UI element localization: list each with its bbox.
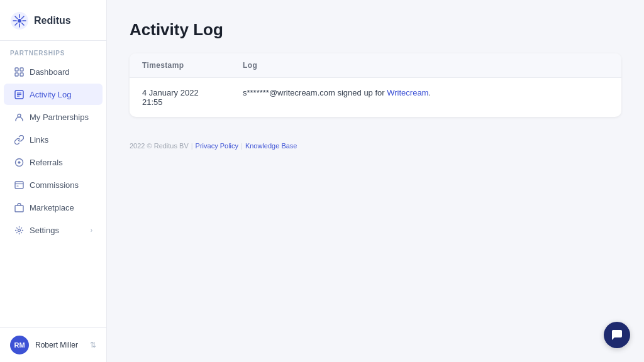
avatar: RM [10, 336, 29, 354]
log-link[interactable]: Writecream [387, 88, 428, 97]
svg-point-20 [18, 161, 20, 163]
sidebar-section-label: Partnerships [0, 41, 106, 60]
chat-button[interactable] [604, 322, 630, 348]
footer-separator-1: | [191, 142, 193, 150]
user-chevron-icon: ⇅ [90, 341, 96, 349]
referrals-icon [14, 157, 24, 167]
sidebar: Reditus Partnerships Dashboard Activity … [0, 0, 107, 362]
sidebar-item-marketplace[interactable]: Marketplace [4, 197, 103, 218]
sidebar-item-links[interactable]: Links [4, 129, 103, 150]
log-text: s*******@writecream.com signed up for [243, 88, 387, 97]
sidebar-item-marketplace-label: Marketplace [30, 203, 74, 212]
activity-log-card: Timestamp Log 4 January 2022 21:55 s****… [130, 53, 621, 117]
table-header-row: Timestamp Log [130, 53, 621, 78]
sidebar-item-dashboard[interactable]: Dashboard [4, 61, 103, 82]
svg-rect-21 [15, 182, 23, 189]
marketplace-icon [14, 202, 24, 212]
footer: 2022 © Reditus BV | Privacy Policy | Kno… [130, 132, 621, 158]
my-partnerships-icon [14, 112, 24, 122]
sidebar-item-dashboard-label: Dashboard [30, 67, 70, 77]
sidebar-item-activity-log-label: Activity Log [30, 90, 71, 99]
settings-icon [14, 225, 24, 235]
footer-knowledge-base-link[interactable]: Knowledge Base [245, 142, 297, 150]
log-suffix: . [428, 88, 431, 97]
sidebar-item-my-partnerships-label: My Partnerships [30, 112, 89, 122]
settings-chevron-icon: › [91, 227, 92, 234]
footer-privacy-link[interactable]: Privacy Policy [196, 142, 238, 150]
activity-log-icon [14, 89, 24, 99]
page-title: Activity Log [130, 20, 621, 40]
sidebar-item-activity-log[interactable]: Activity Log [4, 84, 103, 105]
sidebar-item-commissions-label: Commissions [30, 180, 79, 190]
chat-icon [611, 329, 623, 341]
svg-rect-24 [15, 206, 23, 212]
col-log: Log [230, 53, 621, 78]
dashboard-icon [14, 67, 24, 77]
activity-log-table: Timestamp Log 4 January 2022 21:55 s****… [130, 53, 621, 117]
svg-rect-11 [20, 68, 23, 71]
sidebar-item-commissions[interactable]: Commissions [4, 174, 103, 195]
svg-point-25 [18, 229, 20, 231]
sidebar-item-settings[interactable]: Settings › [4, 219, 103, 241]
table-row: 4 January 2022 21:55 s*******@writecream… [130, 78, 621, 118]
svg-rect-13 [20, 73, 23, 76]
col-timestamp: Timestamp [130, 53, 230, 78]
svg-point-18 [18, 114, 21, 117]
sidebar-item-settings-label: Settings [30, 226, 59, 235]
links-icon [14, 134, 24, 145]
user-name: Robert Miller [35, 341, 78, 349]
svg-rect-12 [15, 73, 18, 76]
logo-icon [10, 11, 29, 30]
row-log: s*******@writecream.com signed up for Wr… [230, 78, 621, 118]
user-profile[interactable]: RM Robert Miller ⇅ [0, 327, 106, 362]
app-name: Reditus [34, 15, 71, 26]
sidebar-item-my-partnerships[interactable]: My Partnerships [4, 106, 103, 128]
main-content: Activity Log Timestamp Log 4 January 202… [107, 0, 644, 362]
sidebar-item-referrals[interactable]: Referrals [4, 151, 103, 173]
footer-separator-2: | [241, 142, 243, 150]
sidebar-item-referrals-label: Referrals [30, 158, 63, 167]
footer-copyright: 2022 © Reditus BV [130, 142, 189, 150]
row-timestamp: 4 January 2022 21:55 [130, 78, 230, 118]
svg-rect-10 [15, 68, 18, 71]
sidebar-item-links-label: Links [30, 135, 48, 145]
svg-point-9 [18, 19, 21, 23]
logo-container: Reditus [0, 0, 106, 41]
commissions-icon [14, 180, 24, 190]
